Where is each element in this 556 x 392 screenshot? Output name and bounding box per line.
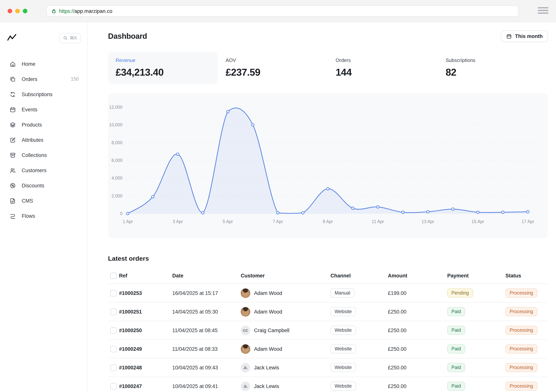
- sidebar-item-attributes[interactable]: Attributes: [0, 132, 87, 147]
- channel-cell: Website: [331, 326, 388, 335]
- order-amount: £250.00: [388, 365, 447, 370]
- row-checkbox[interactable]: [110, 364, 117, 371]
- sidebar-item-cms[interactable]: CMS: [0, 193, 87, 208]
- sidebar-item-label: Discounts: [22, 183, 44, 188]
- order-amount: £250.00: [388, 327, 447, 333]
- browser-chrome: https://app.marzipan.co: [0, 0, 556, 22]
- browser-menu-icon[interactable]: [538, 7, 548, 14]
- channel-badge: Website: [331, 382, 356, 391]
- svg-text:9 Apr: 9 Apr: [323, 219, 333, 224]
- table-row[interactable]: #100024710/04/2025 at 09:41JLJack LewisW…: [108, 377, 548, 392]
- stat-revenue[interactable]: Revenue£34,213.40: [108, 52, 218, 84]
- table-row[interactable]: #100024810/04/2025 at 09:43JLJack LewisW…: [108, 358, 548, 377]
- sidebar-item-products[interactable]: Products: [0, 117, 87, 132]
- sidebar-item-orders[interactable]: Orders150: [0, 71, 87, 87]
- order-ref: #1000248: [119, 365, 172, 370]
- order-ref: #1000249: [119, 346, 172, 352]
- page-title: Dashboard: [108, 32, 147, 40]
- url-host: app.marzipan.co: [74, 8, 112, 14]
- order-date: 16/04/2025 at 15:17: [172, 290, 241, 296]
- sidebar-item-label: Home: [22, 61, 35, 67]
- stat-orders[interactable]: Orders144: [328, 52, 438, 84]
- sidebar-item-subscriptions[interactable]: Subscriptions: [0, 87, 87, 102]
- customer-avatar: CC: [241, 325, 250, 335]
- sidebar-search[interactable]: ⌘K: [59, 33, 81, 43]
- customer-name: Adam Wood: [254, 346, 282, 352]
- table-row[interactable]: #100025316/04/2025 at 15:17Adam WoodManu…: [108, 284, 548, 302]
- stat-aov[interactable]: AOV£237.59: [218, 52, 328, 84]
- sidebar-item-home[interactable]: Home: [0, 56, 87, 71]
- close-window-button[interactable]: [8, 8, 12, 13]
- revenue-line-chart: 02,0004,0006,0008,00010,00012,0001 Apr3 …: [108, 93, 548, 238]
- row-checkbox[interactable]: [110, 346, 117, 352]
- calendar-icon: [506, 33, 512, 39]
- column-header-ref: Ref: [119, 273, 172, 279]
- sidebar: ⌘K HomeOrders150SubscriptionsEventsProdu…: [0, 22, 87, 392]
- main-header: Dashboard This month: [108, 30, 548, 42]
- payment-badge: Paid: [447, 363, 465, 372]
- browser-window: https://app.marzipan.co ⌘K HomeOrders150…: [0, 0, 556, 392]
- channel-cell: Website: [331, 382, 388, 391]
- payment-cell: Paid: [447, 363, 505, 372]
- customer-avatar: [241, 307, 250, 316]
- sidebar-item-flows[interactable]: Flows: [0, 208, 87, 223]
- svg-text:15 Apr: 15 Apr: [471, 219, 484, 224]
- order-amount: £250.00: [388, 309, 447, 315]
- sidebar-item-label: Events: [22, 107, 38, 112]
- customer-avatar: JL: [241, 363, 250, 372]
- customer-cell: Adam Wood: [241, 288, 331, 298]
- sidebar-item-discounts[interactable]: Discounts: [0, 178, 87, 193]
- minimize-window-button[interactable]: [15, 8, 20, 13]
- sidebar-item-customers[interactable]: Customers: [0, 163, 87, 178]
- customer-name: Jack Lewis: [254, 383, 279, 389]
- customer-cell: CCCraig Campbell: [241, 325, 331, 335]
- channel-cell: Manual: [331, 288, 388, 298]
- sidebar-item-count-badge: 150: [71, 76, 79, 82]
- zoom-window-button[interactable]: [23, 8, 27, 13]
- svg-text:8,000: 8,000: [111, 140, 123, 145]
- sidebar-item-label: CMS: [22, 198, 33, 204]
- select-all-checkbox[interactable]: [110, 272, 117, 279]
- stats-row: Revenue£34,213.40AOV£237.59Orders144Subs…: [108, 52, 548, 84]
- svg-text:12,000: 12,000: [109, 105, 123, 110]
- payment-cell: Paid: [447, 382, 505, 391]
- orders-table: RefDateCustomerChannelAmountPaymentStatu…: [108, 268, 548, 392]
- table-row[interactable]: #100025011/04/2025 at 08:45CCCraig Campb…: [108, 321, 548, 340]
- url-bar[interactable]: https://app.marzipan.co: [46, 5, 519, 17]
- period-button[interactable]: This month: [501, 30, 548, 42]
- events-icon: [9, 106, 16, 113]
- table-row[interactable]: #100024911/04/2025 at 08:33Adam WoodWebs…: [108, 340, 548, 358]
- row-checkbox[interactable]: [110, 383, 117, 389]
- table-row[interactable]: #100025114/04/2025 at 05:30Adam WoodWebs…: [108, 302, 548, 321]
- sidebar-item-events[interactable]: Events: [0, 102, 87, 117]
- sidebar-header: ⌘K: [0, 30, 87, 46]
- status-badge: Processing: [505, 382, 537, 391]
- attributes-icon: [9, 137, 16, 143]
- column-header-channel: Channel: [331, 273, 388, 279]
- sidebar-item-collections[interactable]: Collections: [0, 147, 87, 163]
- period-button-label: This month: [515, 33, 543, 39]
- status-badge: Processing: [505, 344, 537, 354]
- status-badge: Processing: [505, 326, 537, 335]
- stat-label: Orders: [336, 57, 431, 63]
- payment-badge: Pending: [447, 288, 473, 298]
- svg-text:13 Apr: 13 Apr: [422, 219, 434, 224]
- status-badge: Processing: [505, 307, 537, 316]
- payment-cell: Pending: [447, 288, 505, 298]
- payment-cell: Paid: [447, 307, 505, 316]
- row-checkbox[interactable]: [110, 327, 117, 333]
- customer-cell: JLJack Lewis: [241, 381, 331, 391]
- customer-name: Adam Wood: [254, 290, 282, 296]
- row-checkbox[interactable]: [110, 308, 117, 315]
- stat-subscriptions[interactable]: Subscriptions82: [438, 52, 548, 84]
- home-icon: [9, 60, 16, 67]
- latest-orders-section: Latest orders RefDateCustomerChannelAmou…: [108, 255, 548, 392]
- status-cell: Processing: [505, 344, 548, 354]
- row-checkbox[interactable]: [110, 290, 117, 296]
- svg-text:4,000: 4,000: [111, 176, 123, 181]
- app-logo[interactable]: [7, 33, 17, 43]
- stat-label: AOV: [226, 57, 321, 63]
- subscriptions-icon: [9, 91, 16, 98]
- payment-cell: Paid: [447, 344, 505, 354]
- search-icon: [63, 36, 68, 40]
